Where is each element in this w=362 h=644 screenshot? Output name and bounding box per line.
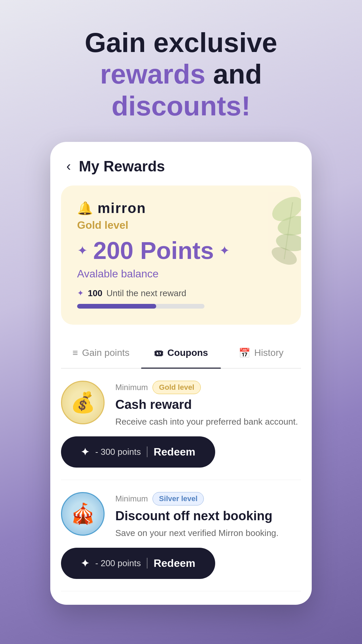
minimum-row-cash: Minimum Gold level — [115, 381, 301, 394]
hero-section: Gain exclusive rewards and discounts! — [65, 27, 297, 122]
coupon-title-cash: Cash reward — [115, 397, 301, 412]
tab-gain-points-label: Gain points — [82, 347, 130, 358]
leaf-decoration — [241, 189, 301, 269]
divider-2 — [147, 558, 147, 569]
sparkle-small: ✦ — [77, 288, 84, 298]
redeem-points-cost-2: - 200 points — [95, 558, 141, 569]
redeem-button-discount[interactable]: ✦ - 200 points Redeem — [61, 548, 215, 579]
level-badge-gold: Gold level — [153, 381, 200, 394]
redeem-label-2: Redeem — [154, 557, 195, 570]
redeem-button-cash[interactable]: ✦ - 300 points Redeem — [61, 436, 215, 468]
coupons-icon: 🎟 — [154, 347, 163, 359]
coupon-info-discount: Minimum Silver level Discount off next b… — [115, 492, 301, 540]
coupon-list: 💰 Minimum Gold level Cash reward Receive… — [50, 369, 312, 591]
tab-gain-points[interactable]: ≡ Gain points — [61, 338, 141, 368]
hero-title: Gain exclusive rewards and discounts! — [85, 27, 277, 122]
back-button[interactable]: ‹ — [66, 159, 71, 174]
coupon-desc-discount: Save on your next verified Mirron bookin… — [115, 527, 301, 540]
sparkle-left: ✦ — [77, 243, 88, 258]
coupon-header-cash: 💰 Minimum Gold level Cash reward Receive… — [61, 381, 301, 428]
progress-track — [77, 304, 204, 309]
page-header: ‹ My Rewards — [50, 142, 312, 185]
tab-coupons-label: Coupons — [167, 347, 208, 358]
brand-icon: 🔔 — [77, 201, 93, 216]
divider — [147, 446, 147, 457]
rewards-card: 🔔 mirron Gold level ✦ 200 Points ✦ Avala… — [61, 185, 301, 325]
redeem-label: Redeem — [154, 446, 195, 458]
coupon-desc-cash: Receive cash into your preferred bank ac… — [115, 415, 301, 428]
coupon-title-discount: Discount off next booking — [115, 509, 301, 523]
page-title: My Rewards — [79, 158, 165, 175]
redeem-sparkle-icon-2: ✦ — [81, 557, 89, 569]
next-reward-row: ✦ 100 Until the next reward — [77, 288, 285, 299]
coupon-item-cash: 💰 Minimum Gold level Cash reward Receive… — [61, 369, 301, 480]
redeem-sparkle-icon: ✦ — [81, 446, 89, 458]
minimum-row-discount: Minimum Silver level — [115, 492, 301, 505]
coupon-image-discount: 🎪 — [61, 492, 105, 536]
next-reward-text: Until the next reward — [106, 288, 186, 299]
coupon-item-discount: 🎪 Minimum Silver level Discount off next… — [61, 480, 301, 591]
progress-fill — [77, 304, 156, 309]
points-value: 200 Points — [93, 237, 214, 264]
next-reward-number: 100 — [88, 288, 102, 299]
brand-name: mirron — [98, 200, 146, 216]
minimum-label-discount: Minimum — [115, 494, 148, 503]
tab-coupons[interactable]: 🎟 Coupons — [141, 338, 221, 368]
sparkle-right: ✦ — [219, 243, 230, 258]
available-label: Avalable balance — [77, 268, 285, 280]
history-icon: 📅 — [239, 347, 250, 359]
minimum-label-cash: Minimum — [115, 383, 148, 392]
coupon-image-cash: 💰 — [61, 381, 105, 424]
tab-history-label: History — [254, 347, 284, 358]
coupon-info-cash: Minimum Gold level Cash reward Receive c… — [115, 381, 301, 428]
redeem-points-cost: - 300 points — [95, 447, 141, 457]
tab-history[interactable]: 📅 History — [221, 338, 301, 368]
coupon-header-discount: 🎪 Minimum Silver level Discount off next… — [61, 492, 301, 540]
gain-points-icon: ≡ — [72, 347, 78, 358]
level-badge-silver: Silver level — [153, 492, 204, 505]
phone-card: ‹ My Rewards 🔔 mirron Gold level ✦ 200 P… — [50, 142, 312, 605]
tabs-bar: ≡ Gain points 🎟 Coupons 📅 History — [61, 338, 301, 369]
